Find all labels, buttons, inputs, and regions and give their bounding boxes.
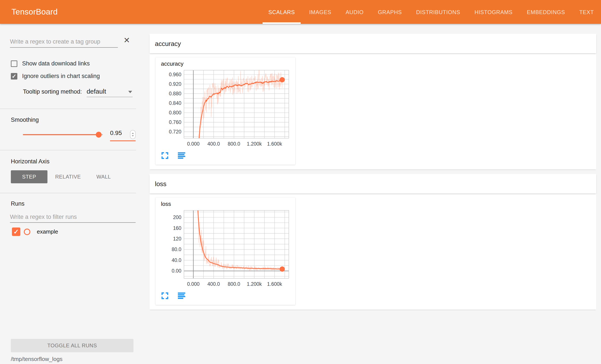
tooltip-sort-label: Tooltip sorting method: [23, 88, 82, 95]
svg-text:40.0: 40.0 [171, 257, 181, 263]
chevron-down-icon [128, 91, 132, 93]
svg-text:400.0: 400.0 [207, 141, 220, 147]
log-directory-path: /tmp/tensorflow_logs [11, 356, 62, 363]
smoothing-value-field [110, 130, 136, 137]
stepper-up-icon[interactable] [132, 133, 134, 134]
run-name: example [37, 228, 58, 235]
divider [0, 193, 136, 193]
tab-images[interactable]: IMAGES [303, 0, 337, 24]
group-body-accuracy: accuracy 0.7200.7600.8000.8400.8800.9200… [150, 53, 596, 169]
tag-group-accuracy: accuracy accuracy 0.7200.7600.8000.8400.… [150, 34, 596, 169]
svg-text:0.800: 0.800 [169, 110, 181, 115]
stepper-down-icon[interactable] [132, 135, 134, 137]
horizontal-axis-label: Horizontal Axis [11, 158, 50, 165]
runs-selector-icon[interactable] [178, 152, 185, 159]
svg-text:80.0: 80.0 [171, 247, 181, 252]
tab-distributions[interactable]: DISTRIBUTIONS [410, 0, 466, 24]
group-body-loss: loss 0.0040.080.01201602000.000400.0800.… [150, 193, 596, 310]
tab-text[interactable]: TEXT [573, 0, 600, 24]
svg-text:200: 200 [173, 214, 181, 220]
chart-actions [161, 292, 295, 299]
svg-text:0.000: 0.000 [187, 281, 200, 287]
input-underline [110, 140, 136, 141]
axis-wall-button[interactable]: WALL [89, 170, 119, 183]
divider [0, 150, 136, 150]
svg-text:0.760: 0.760 [169, 119, 181, 125]
horizontal-axis-buttons: STEP RELATIVE WALL [11, 170, 119, 183]
run-checkbox[interactable]: ✓ [12, 227, 20, 236]
show-download-links-checkbox[interactable] [11, 61, 17, 67]
svg-text:0.840: 0.840 [169, 100, 181, 106]
tab-bar: SCALARS IMAGES AUDIO GRAPHS DISTRIBUTION… [263, 0, 600, 24]
expand-chart-icon[interactable] [161, 292, 168, 299]
main-content: accuracy accuracy 0.7200.7600.8000.8400.… [150, 24, 601, 364]
svg-text:400.0: 400.0 [207, 281, 220, 287]
run-color-swatch [24, 229, 30, 235]
group-header-accuracy[interactable]: accuracy [150, 34, 596, 53]
scalar-card-loss: loss 0.0040.080.01201602000.000400.0800.… [156, 198, 295, 305]
tooltip-sort-value: default [87, 88, 106, 95]
show-download-links-label: Show data download links [22, 60, 90, 67]
toolbar: TensorBoard SCALARS IMAGES AUDIO GRAPHS … [0, 0, 601, 24]
slider-track-fill [23, 134, 99, 135]
svg-text:1.600k: 1.600k [267, 281, 282, 287]
svg-text:800.0: 800.0 [228, 281, 240, 287]
tab-histograms[interactable]: HISTOGRAMS [469, 0, 519, 24]
tooltip-sort-dropdown[interactable]: default [87, 88, 133, 97]
svg-text:120: 120 [173, 236, 181, 242]
smoothing-slider[interactable] [23, 131, 103, 138]
smoothing-label: Smoothing [11, 117, 39, 123]
chart-title-loss: loss [161, 201, 295, 207]
svg-text:1.200k: 1.200k [247, 281, 262, 287]
svg-text:1.200k: 1.200k [247, 141, 262, 147]
tooltip-sort-row: Tooltip sorting method: default [23, 88, 133, 97]
svg-text:0.000: 0.000 [187, 141, 200, 147]
slider-knob[interactable] [96, 132, 102, 138]
chart-actions [161, 152, 295, 159]
svg-text:160: 160 [173, 225, 181, 231]
smoothing-value-input[interactable] [110, 130, 127, 137]
run-item-example: ✓ example [12, 227, 58, 236]
svg-text:0.920: 0.920 [169, 81, 181, 87]
runs-label: Runs [11, 200, 24, 207]
tab-scalars[interactable]: SCALARS [263, 0, 301, 24]
toggle-all-runs-button[interactable]: TOGGLE ALL RUNS [11, 339, 133, 352]
loss-chart[interactable]: 0.0040.080.01201602000.000400.0800.01.20… [164, 209, 291, 289]
app-title: TensorBoard [11, 7, 58, 16]
svg-text:0.880: 0.880 [169, 91, 181, 96]
svg-text:0.00: 0.00 [171, 268, 181, 274]
axis-step-button[interactable]: STEP [11, 170, 48, 183]
expand-chart-icon[interactable] [161, 152, 168, 159]
tab-embeddings[interactable]: EMBEDDINGS [521, 0, 571, 24]
check-icon: ✓ [12, 73, 17, 79]
ignore-outliers-checkbox[interactable]: ✓ [11, 73, 17, 80]
tag-group-loss: loss loss 0.0040.080.01201602000.000400.… [150, 174, 596, 310]
scalar-card-accuracy: accuracy 0.7200.7600.8000.8400.8800.9200… [156, 57, 295, 165]
group-header-loss[interactable]: loss [150, 174, 596, 193]
svg-text:0.960: 0.960 [169, 72, 181, 77]
runs-selector-icon[interactable] [178, 293, 185, 299]
accuracy-chart[interactable]: 0.7200.7600.8000.8400.8800.9200.9600.000… [164, 69, 291, 149]
show-download-links-row: Show data download links [11, 60, 90, 67]
ignore-outliers-row: ✓ Ignore outliers in chart scaling [11, 73, 100, 80]
runs-filter-input[interactable] [10, 212, 136, 223]
axis-relative-button[interactable]: RELATIVE [48, 170, 89, 183]
svg-text:0.720: 0.720 [169, 129, 181, 135]
divider [0, 109, 136, 109]
number-stepper[interactable] [130, 130, 136, 139]
sidebar: ✕ Show data download links ✓ Ignore outl… [0, 24, 150, 364]
close-icon[interactable]: ✕ [123, 36, 130, 44]
svg-text:800.0: 800.0 [228, 141, 240, 147]
ignore-outliers-label: Ignore outliers in chart scaling [22, 73, 100, 80]
svg-text:1.600k: 1.600k [267, 141, 282, 147]
check-icon: ✓ [13, 229, 19, 235]
tab-graphs[interactable]: GRAPHS [372, 0, 408, 24]
chart-title-accuracy: accuracy [161, 61, 295, 67]
tab-audio[interactable]: AUDIO [340, 0, 369, 24]
tag-filter-input[interactable] [10, 36, 118, 48]
